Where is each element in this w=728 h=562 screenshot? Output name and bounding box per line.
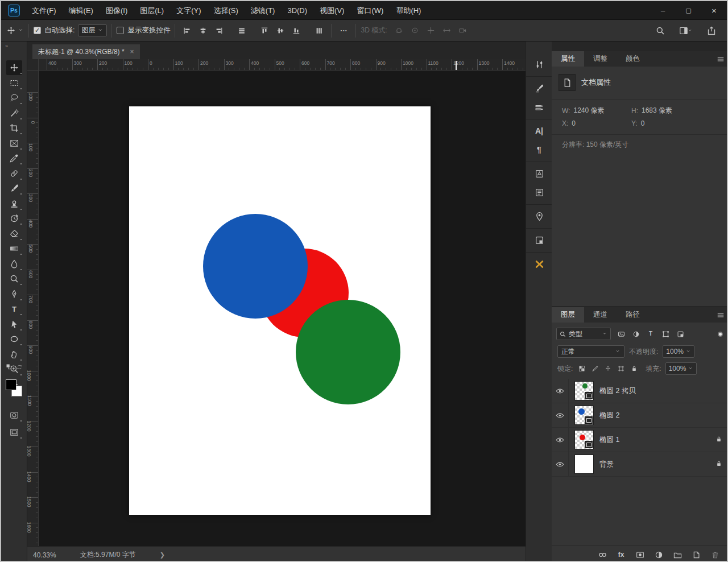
brush-tool[interactable]: [6, 181, 22, 196]
layer-thumbnail[interactable]: [574, 406, 594, 425]
magic-wand-tool[interactable]: [6, 106, 22, 121]
layer-thumbnail[interactable]: [574, 430, 594, 449]
marquee-tool[interactable]: [6, 76, 22, 90]
lock-all-button[interactable]: [629, 363, 639, 374]
type-tool[interactable]: T: [6, 301, 22, 316]
collapse-toolbar-button[interactable]: »: [5, 43, 8, 49]
status-chevron-icon[interactable]: ❯: [160, 551, 165, 559]
menu-item-6[interactable]: 滤镜(T): [245, 1, 282, 20]
menu-item-5[interactable]: 选择(S): [207, 1, 244, 20]
more-options-button[interactable]: ···: [336, 23, 351, 38]
align-center-h-button[interactable]: [196, 23, 210, 38]
brushes-panel-button[interactable]: [531, 99, 548, 115]
menu-item-0[interactable]: 文件(F): [26, 1, 63, 20]
healing-tool[interactable]: [6, 166, 22, 181]
layer-filter-toggle[interactable]: [716, 330, 725, 338]
layer-visibility-toggle[interactable]: [552, 379, 569, 403]
blur-tool[interactable]: [6, 257, 22, 271]
character-panel-panel-button[interactable]: A|: [531, 123, 548, 139]
vertical-ruler[interactable]: 1000100200300400500600700800900100011001…: [27, 71, 39, 546]
foreground-color-swatch[interactable]: [6, 379, 16, 390]
smart-kind-filter-button[interactable]: [674, 328, 686, 340]
clone-stamp-tool[interactable]: [6, 196, 22, 211]
gradient-tool[interactable]: [6, 241, 22, 256]
shape-kind-filter-button[interactable]: [659, 328, 672, 340]
chevron-down-icon[interactable]: [19, 28, 24, 33]
layer-name[interactable]: 椭圆 2 拷贝: [599, 386, 636, 396]
close-document-icon[interactable]: ×: [130, 48, 134, 56]
move-tool[interactable]: [6, 60, 22, 75]
fx-button[interactable]: fx: [615, 549, 627, 560]
group-button[interactable]: [671, 549, 684, 560]
align-left-button[interactable]: [180, 23, 195, 38]
show-transform-checkbox[interactable]: [117, 27, 124, 34]
layer-visibility-toggle[interactable]: [552, 428, 569, 452]
ellipse-tool-tool[interactable]: [6, 332, 22, 346]
menu-item-4[interactable]: 文字(Y): [170, 1, 207, 20]
layers-tab-通道[interactable]: 通道: [584, 307, 617, 323]
character-styles-panel-button[interactable]: [531, 166, 548, 181]
lock-artboard-button[interactable]: [616, 363, 626, 374]
auto-select-target-dropdown[interactable]: 图层: [78, 24, 107, 36]
workspace-button[interactable]: [676, 23, 696, 38]
pixel-kind-filter-button[interactable]: [615, 328, 627, 340]
paragraph-styles-panel-button[interactable]: [531, 184, 548, 200]
auto-select-checkbox[interactable]: ✓: [34, 27, 41, 34]
type-kind-filter-button[interactable]: T: [644, 328, 657, 340]
swap-colors-button[interactable]: [16, 363, 23, 370]
document-canvas[interactable]: [129, 106, 431, 515]
layer-visibility-toggle[interactable]: [552, 452, 569, 476]
trash-button[interactable]: [709, 549, 721, 560]
distribute-h-button[interactable]: [234, 23, 249, 38]
ellipse-green[interactable]: [296, 300, 400, 404]
history-brush-tool[interactable]: [6, 211, 22, 226]
layer-thumbnail[interactable]: [574, 381, 594, 400]
menu-item-8[interactable]: 视图(V): [313, 1, 350, 20]
menu-item-9[interactable]: 窗口(W): [350, 1, 390, 20]
frame-tool[interactable]: [6, 136, 22, 151]
add-mask-button[interactable]: [634, 549, 646, 560]
layers-tab-图层[interactable]: 图层: [552, 307, 584, 323]
layer-name[interactable]: 椭圆 1: [599, 435, 619, 445]
align-bottom-button[interactable]: [289, 23, 304, 38]
ruler-origin-corner[interactable]: [27, 59, 39, 71]
screen-mode-button[interactable]: [6, 425, 22, 440]
search-button[interactable]: [653, 23, 668, 38]
eraser-tool[interactable]: [6, 226, 22, 241]
distribute-v-button[interactable]: [312, 23, 326, 38]
layer-name[interactable]: 背景: [599, 460, 614, 469]
align-top-button[interactable]: [257, 23, 272, 38]
properties-tab-颜色[interactable]: 颜色: [617, 51, 649, 67]
default-colors-button[interactable]: [6, 363, 13, 370]
brush-panel-panel-button[interactable]: [531, 80, 548, 96]
annotations-panel-button[interactable]: [531, 208, 548, 224]
hand-tool[interactable]: [6, 347, 22, 362]
layer-row-0[interactable]: 椭圆 2 拷贝: [552, 379, 728, 403]
zoom-level-field[interactable]: 40.33%: [33, 551, 56, 559]
layer-filter-dropdown[interactable]: 类型: [556, 328, 611, 340]
adjust-kind-filter-button[interactable]: [630, 328, 642, 340]
layer-row-3[interactable]: 背景: [552, 452, 728, 477]
eyedropper-tool[interactable]: [6, 151, 22, 166]
ellipse-blue[interactable]: [203, 214, 308, 319]
properties-tab-调整[interactable]: 调整: [584, 51, 617, 67]
brush-settings-panel-button[interactable]: [531, 56, 548, 72]
path-select-tool[interactable]: [6, 317, 22, 332]
crop-tool[interactable]: [6, 121, 22, 135]
lock-move-button[interactable]: [603, 363, 613, 374]
layer-visibility-toggle[interactable]: [552, 403, 569, 427]
lasso-tool[interactable]: [6, 90, 22, 105]
quick-mask-button[interactable]: [6, 408, 22, 423]
lock-paint-button[interactable]: [590, 363, 600, 374]
dodge-tool[interactable]: [6, 271, 22, 286]
document-tab[interactable]: 未标题-1 @ 40.3%(RGB/8) * ×: [32, 44, 140, 59]
menu-item-1[interactable]: 编辑(E): [63, 1, 100, 20]
minimize-button[interactable]: –: [650, 1, 676, 19]
layer-name[interactable]: 椭圆 2: [599, 411, 619, 420]
properties-tab-属性[interactable]: 属性: [552, 51, 584, 67]
share-button[interactable]: [704, 23, 719, 38]
pen-tool[interactable]: [6, 287, 22, 301]
layers-tab-路径[interactable]: 路径: [617, 307, 649, 323]
menu-item-2[interactable]: 图像(I): [100, 1, 134, 20]
menu-item-10[interactable]: 帮助(H): [390, 1, 427, 20]
